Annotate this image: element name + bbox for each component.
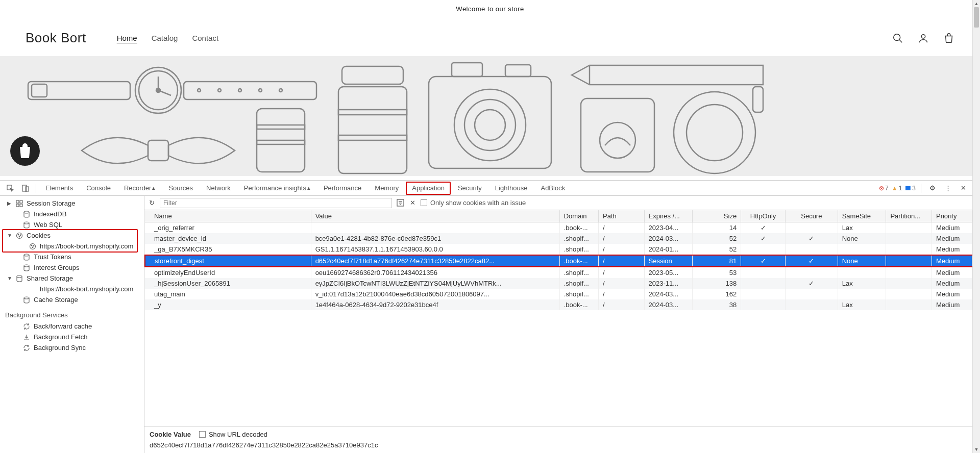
- error-count[interactable]: ⊗7: [879, 185, 889, 192]
- svg-rect-40: [20, 200, 22, 203]
- tab-adblock[interactable]: AdBlock: [534, 181, 571, 195]
- column-header[interactable]: HttpOnly: [741, 210, 786, 222]
- cookie-value-label: Cookie Value: [150, 431, 191, 438]
- svg-point-15: [279, 89, 282, 92]
- column-header[interactable]: Domain: [559, 210, 598, 222]
- table-row[interactable]: master_device_idbce9a0e1-4281-4b82-876e-…: [145, 233, 972, 244]
- table-row[interactable]: utag_mainv_id:017d13a12b21000440eae6d38c…: [145, 289, 972, 299]
- column-header[interactable]: Size: [693, 210, 741, 222]
- column-header[interactable]: Expires /...: [644, 210, 693, 222]
- table-row[interactable]: _ga_B7X5MKCR35GS1.1.1671453837.1.1.16714…: [145, 244, 972, 255]
- svg-line-1: [899, 39, 902, 42]
- search-icon[interactable]: [892, 33, 903, 44]
- tab-performance-insights[interactable]: Performance insights▴: [238, 181, 316, 195]
- warning-count[interactable]: ▲1: [892, 185, 902, 192]
- lens-large-illustration: [334, 64, 411, 176]
- svg-point-34: [687, 105, 743, 161]
- sidebar-item[interactable]: ▶Session Storage: [0, 198, 144, 209]
- flask-icon: ▴: [152, 185, 155, 191]
- column-header[interactable]: Value: [311, 210, 559, 222]
- svg-point-54: [24, 265, 29, 267]
- sidebar-item[interactable]: Background Sync: [0, 342, 144, 353]
- svg-rect-41: [16, 204, 19, 207]
- sidebar-item[interactable]: Trust Tokens: [0, 251, 144, 262]
- svg-point-44: [24, 222, 29, 224]
- settings-icon[interactable]: ⚙: [926, 184, 939, 192]
- sidebar-item[interactable]: Cache Storage: [0, 294, 144, 305]
- tab-application[interactable]: Application: [406, 182, 451, 195]
- tab-performance[interactable]: Performance: [317, 181, 368, 195]
- shopify-bag-icon: [17, 142, 33, 160]
- cookies-table[interactable]: NameValueDomainPathExpires /...SizeHttpO…: [144, 210, 972, 426]
- checkbox-icon: [199, 431, 206, 438]
- table-row[interactable]: optimizelyEndUserIdoeu1669274686362r0.70…: [145, 267, 972, 278]
- sidebar-item[interactable]: IndexedDB: [0, 209, 144, 219]
- svg-rect-37: [22, 185, 27, 191]
- checkbox-icon: [421, 199, 427, 206]
- clear-all-icon[interactable]: ✕: [408, 199, 416, 207]
- sidebar-item[interactable]: ▼Shared Storage: [0, 273, 144, 284]
- sidebar-item[interactable]: Back/forward cache: [0, 321, 144, 332]
- tab-recorder[interactable]: Recorder▴: [118, 181, 161, 195]
- tab-console[interactable]: Console: [80, 181, 117, 195]
- cookie-detail: Cookie Value Show URL decoded d652c40ecf…: [144, 426, 972, 453]
- column-header[interactable]: Partition...: [886, 210, 932, 222]
- table-row[interactable]: storefront_digestd652c40ecf7f718d1a776df…: [145, 255, 972, 267]
- close-devtools-icon[interactable]: ✕: [958, 184, 969, 192]
- svg-rect-31: [581, 98, 654, 172]
- nav-home[interactable]: Home: [117, 34, 137, 42]
- svg-point-56: [24, 297, 29, 299]
- column-header[interactable]: Secure: [786, 210, 838, 222]
- tab-elements[interactable]: Elements: [39, 181, 79, 195]
- svg-point-43: [24, 211, 29, 213]
- cart-icon[interactable]: [943, 33, 954, 44]
- column-header[interactable]: Path: [599, 210, 645, 222]
- tab-network[interactable]: Network: [200, 181, 237, 195]
- more-icon[interactable]: ⋮: [942, 184, 954, 192]
- svg-rect-19: [257, 140, 305, 144]
- main-nav: Home Catalog Contact: [117, 34, 218, 42]
- table-row[interactable]: _y1e4f464a-0628-4634-9d72-9202e31bce4f.b…: [145, 299, 972, 310]
- table-row[interactable]: _hjSessionUser_2065891eyJpZCI6IjBkOTcwNT…: [145, 278, 972, 289]
- cookie-value-text[interactable]: d652c40ecf7f718d1a776df426274e7311c32850…: [150, 441, 967, 449]
- sidebar-item[interactable]: Web SQL: [0, 219, 144, 230]
- only-issues-checkbox[interactable]: Only show cookies with an issue: [421, 199, 526, 207]
- nav-catalog[interactable]: Catalog: [152, 34, 178, 42]
- inspect-element-icon[interactable]: [3, 181, 17, 195]
- column-header[interactable]: Name: [145, 210, 311, 222]
- svg-point-47: [20, 235, 21, 236]
- column-header[interactable]: SameSite: [838, 210, 886, 222]
- sidebar-item[interactable]: ▼Cookies: [0, 230, 144, 241]
- scroll-up-icon[interactable]: ▲: [973, 1, 980, 6]
- svg-rect-18: [257, 125, 305, 129]
- show-decoded-checkbox[interactable]: Show URL decoded: [199, 431, 267, 438]
- column-header[interactable]: Priority: [932, 210, 972, 222]
- table-row[interactable]: _orig_referrer.book-.../2023-04...14✓Lax…: [145, 222, 972, 234]
- page-scrollbar[interactable]: ▲ ▼: [972, 0, 980, 453]
- svg-rect-20: [342, 66, 403, 84]
- sidebar-item[interactable]: https://book-bort.myshopify.com: [0, 284, 144, 294]
- filter-input[interactable]: [160, 198, 392, 208]
- svg-rect-39: [16, 200, 19, 203]
- svg-rect-16: [148, 140, 168, 161]
- site-logo[interactable]: Book Bort: [26, 30, 86, 46]
- svg-rect-26: [505, 65, 531, 77]
- clear-filter-icon[interactable]: [396, 199, 404, 207]
- sidebar-item[interactable]: https://book-bort.myshopify.com: [0, 241, 144, 251]
- scrollbar-thumb[interactable]: [974, 7, 979, 28]
- tab-memory[interactable]: Memory: [369, 181, 405, 195]
- svg-point-55: [17, 275, 22, 278]
- tab-sources[interactable]: Sources: [162, 181, 199, 195]
- tab-lighthouse[interactable]: Lighthouse: [489, 181, 534, 195]
- device-toolbar-icon[interactable]: [18, 181, 33, 195]
- flask-icon: ▴: [307, 185, 310, 191]
- tab-security[interactable]: Security: [452, 181, 488, 195]
- account-icon[interactable]: [918, 33, 929, 44]
- scroll-down-icon[interactable]: ▼: [973, 447, 980, 452]
- sidebar-item[interactable]: Background Fetch: [0, 332, 144, 342]
- nav-contact[interactable]: Contact: [192, 34, 218, 42]
- sidebar-item[interactable]: Interest Groups: [0, 262, 144, 273]
- refresh-icon[interactable]: ↻: [148, 199, 156, 207]
- info-count[interactable]: ⯀3: [905, 185, 916, 192]
- shopify-badge[interactable]: [10, 136, 40, 166]
